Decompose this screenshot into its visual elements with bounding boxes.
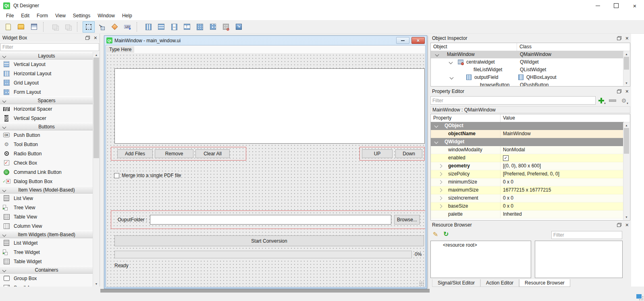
minimize-button[interactable] <box>588 0 607 11</box>
widget-item-scroll-area[interactable]: Scroll Area <box>0 283 93 287</box>
widget-item-list-view[interactable]: List View <box>0 194 93 203</box>
output-folder-input[interactable] <box>150 215 391 225</box>
property-row-enabled[interactable]: enabled✓ <box>431 154 624 162</box>
widget-item-grid-layout[interactable]: Grid Layout <box>0 78 93 87</box>
scrollbar-thumb[interactable] <box>93 58 99 158</box>
property-row-palette[interactable]: paletteInherited <box>431 210 624 219</box>
scroll-up-icon[interactable]: ▲ <box>93 52 100 58</box>
clear-all-button[interactable]: Clear All <box>195 149 230 158</box>
float-panel-icon[interactable] <box>85 36 90 40</box>
property-value[interactable]: [Preferred, Preferred, 0, 0] <box>500 170 624 178</box>
float-panel-icon[interactable] <box>617 36 621 40</box>
down-button[interactable]: Down <box>395 149 422 158</box>
tab-signal-slot-editor[interactable]: Signal/Slot Editor <box>432 279 480 287</box>
expand-icon[interactable] <box>438 188 442 192</box>
tree-row-filelistwidget[interactable]: fileListWidgetQListWidget <box>431 66 624 74</box>
expand-icon[interactable] <box>450 76 454 80</box>
merge-checkbox-row[interactable]: Merge into a single PDF file <box>114 173 181 178</box>
scroll-down-icon[interactable]: ▼ <box>623 80 629 86</box>
form-close-button[interactable]: × <box>411 37 425 44</box>
expand-icon[interactable] <box>438 172 442 176</box>
remove-button[interactable]: Remove <box>155 149 193 158</box>
reload-resources-button refresh-icon[interactable]: ↻ <box>443 230 449 238</box>
close-panel-icon[interactable]: × <box>94 35 97 41</box>
widget-item-push-button[interactable]: Push Button <box>0 130 93 140</box>
edit-tab-order-button[interactable] <box>121 21 133 33</box>
close-button[interactable]: × <box>625 0 644 11</box>
property-editor-scrollbar[interactable]: ▲ ▼ <box>623 122 629 220</box>
property-row-minimumsize[interactable]: minimumSize0 x 0 <box>431 178 624 186</box>
property-value[interactable]: 0 x 0 <box>500 202 624 210</box>
tree-row-browsebutton[interactable]: browseButtonQPushButton <box>431 81 624 86</box>
tab-resource-browser[interactable]: Resource Browser <box>519 279 570 287</box>
widget-item-check-box[interactable]: Check Box <box>0 158 93 167</box>
widget-item-horizontal-spacer[interactable]: Horizontal Spacer <box>0 104 93 113</box>
resource-filter-input[interactable] <box>551 231 622 239</box>
category-spacers[interactable]: Spacers <box>0 97 93 104</box>
scrollbar-thumb[interactable] <box>624 128 629 154</box>
menu-settings[interactable]: Settings <box>69 13 94 19</box>
maximize-button[interactable] <box>607 0 625 11</box>
new-form-button[interactable] <box>2 21 14 33</box>
form-minimize-button[interactable] <box>396 37 409 44</box>
widget-filter-input[interactable] <box>0 43 99 51</box>
property-value[interactable]: ✓ <box>500 154 624 162</box>
output-folder-layout[interactable]: OuputFolder : Browse... <box>111 210 426 229</box>
scroll-up-icon[interactable]: ▲ <box>623 51 629 57</box>
break-layout-button[interactable] <box>220 21 232 33</box>
resource-tree[interactable]: <resource root> <box>430 241 531 278</box>
property-row-maximumsize[interactable]: maximumSize16777215 x 16777215 <box>431 186 624 194</box>
form-canvas[interactable]: Add Files Remove Clear All UP Down Merge… <box>106 54 425 287</box>
category-item-views-model-based-[interactable]: Item Views (Model-Based) <box>0 186 93 194</box>
layout-vertical-splitter-button[interactable] <box>181 21 193 33</box>
property-row-objectname[interactable]: objectNameMainWindow <box>431 130 624 138</box>
copy-button[interactable] <box>49 21 61 33</box>
property-value[interactable]: 16777215 x 16777215 <box>500 186 624 194</box>
widget-item-table-view[interactable]: Table View <box>0 212 93 221</box>
file-list-widget[interactable] <box>114 68 425 144</box>
save-form-button[interactable] <box>28 21 40 33</box>
menu-help[interactable]: Help <box>118 13 136 19</box>
tab-action-editor[interactable]: Action Editor <box>480 279 519 287</box>
layout-horizontal-button[interactable] <box>142 21 154 33</box>
widget-item-command-link-button[interactable]: Command Link Button <box>0 167 93 177</box>
expand-icon[interactable] <box>438 164 442 168</box>
widget-box-scrollbar[interactable]: ▲ ▼ <box>93 52 100 287</box>
tree-row-mainwindow[interactable]: MainWindowQMainWindow <box>431 51 624 58</box>
menu-edit[interactable]: Edit <box>17 13 33 19</box>
left-button-layout[interactable]: Add Files Remove Clear All <box>111 147 246 161</box>
category-containers[interactable]: Containers <box>0 266 93 274</box>
property-row-sizeincrement[interactable]: sizeIncrement0 x 0 <box>431 194 624 202</box>
layout-form-button[interactable] <box>207 21 219 33</box>
checkbox-checked-icon[interactable]: ✓ <box>503 155 509 161</box>
object-inspector-scrollbar[interactable]: ▲ ▼ <box>623 51 629 86</box>
expand-icon[interactable] <box>449 60 453 64</box>
edit-resources-button pencil-icon[interactable]: ✎ <box>433 231 438 238</box>
tree-row-centralwidget[interactable]: centralwidgetQWidget <box>431 58 624 66</box>
category-item-widgets-item-based-[interactable]: Item Widgets (Item-Based) <box>0 231 93 238</box>
widget-item-tree-view[interactable]: Tree View <box>0 203 93 212</box>
property-row-geometry[interactable]: geometry[(0, 0), 800 x 600] <box>431 162 624 170</box>
property-value[interactable]: 0 x 0 <box>500 178 624 186</box>
property-row-windowmodality[interactable]: windowModalityNonModal <box>431 146 624 154</box>
adjust-size-button[interactable] <box>233 21 245 33</box>
form-resize-grip[interactable] <box>419 281 424 286</box>
remove-dynamic-property-button[interactable] <box>608 96 617 105</box>
menu-form[interactable]: Form <box>33 13 52 19</box>
category-layouts[interactable]: Layouts <box>0 52 93 60</box>
widget-item-form-layout[interactable]: Form Layout <box>0 87 93 97</box>
scrollbar-thumb[interactable] <box>624 57 629 70</box>
edit-buddies-button[interactable] <box>108 21 120 33</box>
widget-item-radio-button[interactable]: Radio Button <box>0 149 93 158</box>
start-conversion-button[interactable]: Start Conversion <box>114 235 424 246</box>
design-window-titlebar[interactable]: Qt MainWindow - main_window.ui × <box>106 36 426 45</box>
property-value[interactable]: Inherited <box>500 210 624 218</box>
float-panel-icon[interactable] <box>617 223 621 227</box>
edit-signals-slots-button[interactable] <box>96 21 108 33</box>
close-panel-icon[interactable]: × <box>625 222 629 228</box>
menu-view[interactable]: View <box>52 13 69 19</box>
scroll-up-icon[interactable]: ▲ <box>623 122 629 128</box>
property-value[interactable]: NonModal <box>500 146 624 154</box>
layout-grid-button[interactable] <box>194 21 206 33</box>
expand-icon[interactable] <box>438 180 442 184</box>
